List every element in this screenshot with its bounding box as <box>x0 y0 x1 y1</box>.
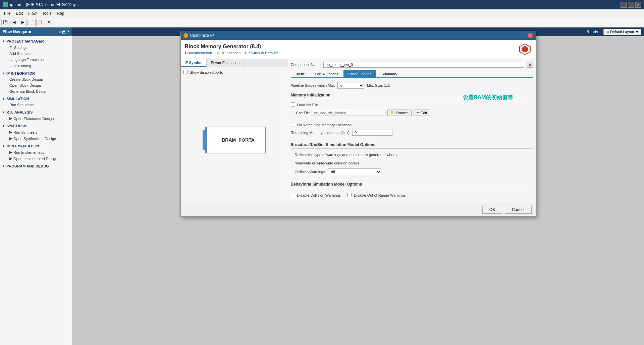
dialog-main-title: Block Memory Generator (8.4) <box>185 44 279 50</box>
tab-power-estimation[interactable]: Power Estimation <box>207 59 244 67</box>
nav-open-synthesized[interactable]: ▶ Open Synthesized Design <box>0 135 72 142</box>
bram-symbol: + BRAM_PORTA <box>205 127 266 153</box>
nav-open-block[interactable]: Open Block Design <box>0 82 72 88</box>
collision-dropdown[interactable]: All WARNING_ONLY GENERATE_X_ONLY NONE <box>328 168 381 175</box>
toolbar-forward[interactable]: ▶ <box>19 19 27 26</box>
ip-catalog-icon: ⊕ <box>9 64 12 68</box>
flow-nav-ctrl1[interactable]: ≡ <box>59 30 61 34</box>
other-options-content: 设置RAM的初始值等 Pipeline Stages within Mux 0 … <box>291 81 533 200</box>
flow-nav-content: ▼ PROJECT MANAGER ⚙ Settings Add Sources… <box>0 36 72 345</box>
component-name-clear-button[interactable]: ✕ <box>527 62 533 68</box>
nav-section-program-header[interactable]: ▼ PROGRAM AND DEBUG <box>0 163 72 169</box>
coe-file-input[interactable] <box>312 110 385 116</box>
menu-flow[interactable]: Flow <box>25 10 39 16</box>
dialog-title: Customize IP <box>183 33 214 38</box>
dialog-close-button[interactable]: ✕ <box>528 33 533 38</box>
toolbar-close[interactable]: ✕ <box>45 19 53 26</box>
synthesis-arrow: ▼ <box>2 124 5 128</box>
nav-section-synthesis-header[interactable]: ▼ SYNTHESIS <box>0 123 72 129</box>
fill-remaining-label: Fill Remaining Memory Locations <box>297 123 352 127</box>
nav-run-synthesis[interactable]: ▶ Run Synthesis <box>0 129 72 135</box>
remaining-hex-input[interactable] <box>352 130 392 136</box>
rtl-label: RTL ANALYSIS <box>6 110 33 114</box>
synthesis-play-icon: ▶ <box>9 130 12 134</box>
pipeline-label: Pipeline Stages within Mux <box>291 83 335 87</box>
disable-collision-checkbox[interactable] <box>291 193 295 197</box>
nav-add-sources[interactable]: Add Sources <box>0 51 72 57</box>
maximize-button[interactable]: □ <box>628 2 634 8</box>
flow-nav-header-controls: ≡ ⬒ ? <box>59 30 69 34</box>
fill-remaining-checkbox[interactable] <box>291 123 295 127</box>
spacer2 <box>291 137 533 140</box>
toolbar-new[interactable]: 💾 <box>1 19 9 26</box>
tab-summary[interactable]: Summary <box>376 70 402 77</box>
customize-ip-dialog: Customize IP ✕ Block Memory Generator (8… <box>180 31 536 217</box>
refresh-icon: ↻ <box>245 51 248 55</box>
nav-ip-catalog[interactable]: ⊕ IP Catalog <box>0 63 72 69</box>
nav-open-implemented[interactable]: ▶ Open Implemented Design <box>0 155 72 162</box>
menu-file[interactable]: File <box>1 10 13 16</box>
tab-other-options[interactable]: Other Options <box>343 70 376 77</box>
window-title: ip_ram - [E:/FPGA_Learn/FPGA/Day... <box>10 2 79 7</box>
nav-section-simulation: ▼ SIMULATION Run Simulation <box>0 95 72 109</box>
nav-section-ip-header[interactable]: ▼ IP INTEGRATOR <box>0 70 72 76</box>
documentation-link[interactable]: ℹ Documentation <box>185 51 212 55</box>
ip-location-link[interactable]: 📁 IP Location <box>216 51 241 55</box>
ok-button[interactable]: OK <box>482 206 502 214</box>
right-panel: Ready ⊞ Default Layout ▼ Customize IP <box>72 27 644 345</box>
toolbar-back[interactable]: ◀ <box>10 19 18 26</box>
nav-run-impl[interactable]: ▶ Run Implementation <box>0 149 72 155</box>
menu-tools[interactable]: Tools <box>39 10 54 16</box>
edit-button[interactable]: ✏ Edit <box>414 110 430 116</box>
dialog-title-text: Customize IP <box>190 33 214 38</box>
load-init-label: Load Init File <box>297 103 318 107</box>
project-arrow: ▼ <box>2 40 5 43</box>
nav-generate-block[interactable]: Generate Block Design <box>0 88 72 94</box>
ip-symbol-panel: IP Symbol Power Estimation Show disabled… <box>181 59 288 203</box>
behavioral-options-row: Disable Collision Warnings Disable Out o… <box>291 190 533 200</box>
toolbar-copy[interactable]: 📄 <box>28 19 36 26</box>
component-name-input[interactable] <box>323 62 524 68</box>
close-button[interactable]: ✕ <box>635 2 641 8</box>
dialog-header-logo <box>518 43 532 56</box>
menu-edit[interactable]: Edit <box>13 10 25 16</box>
settings-gear-icon: ⚙ <box>9 45 13 50</box>
bram-symbol-container: + BRAM_PORTA <box>203 127 266 153</box>
dialog-footer: OK Cancel <box>181 203 536 216</box>
dialog-overlay: Customize IP ✕ Block Memory Generator (8… <box>72 27 644 345</box>
dialog-title-bar: Customize IP ✕ <box>181 31 536 40</box>
menu-rep[interactable]: Rep <box>54 10 67 16</box>
remaining-hex-label: Remaining Memory Locations (Hex) <box>291 131 350 135</box>
toolbar-paste[interactable]: 📋 <box>36 19 44 26</box>
flow-nav-ctrl2[interactable]: ⬒ <box>62 30 65 34</box>
load-init-checkbox[interactable] <box>291 102 295 107</box>
disable-range-checkbox[interactable] <box>347 193 352 197</box>
nav-create-block[interactable]: Create Block Design <box>0 76 72 82</box>
synth-expand-icon: ▶ <box>9 136 12 141</box>
coe-file-row: Coe File 📂 Browse ✏ Edit <box>291 108 533 117</box>
switch-defaults-link[interactable]: ↻ Switch to Defaults <box>245 51 278 55</box>
minimize-button[interactable]: ─ <box>621 2 627 8</box>
config-tabs: Basic Port A Options Other Options Summa… <box>291 70 533 78</box>
nav-section-synthesis: ▼ SYNTHESIS ▶ Run Synthesis ▶ Open Synth… <box>0 122 72 142</box>
browse-button[interactable]: 📂 Browse <box>387 110 412 116</box>
toolbar: 💾 ◀ ▶ 📄 📋 ✕ <box>0 17 644 27</box>
tab-ip-symbol[interactable]: IP Symbol <box>181 59 207 67</box>
nav-language-templates[interactable]: Language Templates <box>0 57 72 63</box>
nav-section-impl-header[interactable]: ▼ IMPLEMENTATION <box>0 143 72 149</box>
nav-settings[interactable]: ⚙ Settings <box>0 44 72 51</box>
cancel-button[interactable]: Cancel <box>505 206 531 214</box>
nav-open-elaborated[interactable]: ▶ Open Elaborated Design <box>0 115 72 122</box>
program-label: PROGRAM AND DEBUG <box>6 164 49 168</box>
pipeline-dropdown[interactable]: 0 1 2 <box>337 82 364 89</box>
tab-basic[interactable]: Basic <box>291 70 310 77</box>
nav-section-project-header[interactable]: ▼ PROJECT MANAGER <box>0 38 72 44</box>
nav-run-simulation[interactable]: Run Simulation <box>0 102 72 108</box>
tab-port-a[interactable]: Port A Options <box>310 70 343 77</box>
dialog-header: Block Memory Generator (8.4) ℹ Documenta… <box>181 40 536 59</box>
svg-marker-1 <box>522 46 528 53</box>
show-disabled-checkbox[interactable] <box>183 70 188 74</box>
nav-section-sim-header[interactable]: ▼ SIMULATION <box>0 96 72 102</box>
nav-section-rtl-header[interactable]: ▼ RTL ANALYSIS <box>0 109 72 115</box>
flow-nav-ctrl3[interactable]: ? <box>67 30 69 34</box>
